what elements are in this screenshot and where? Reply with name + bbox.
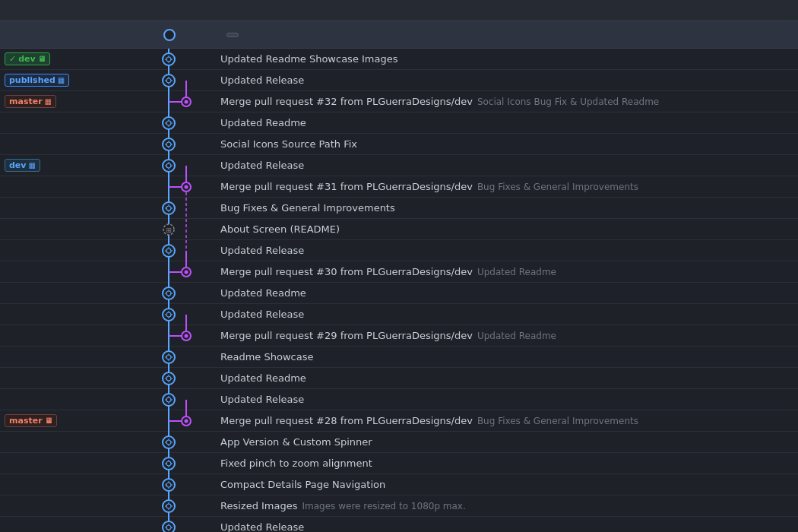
graph-col [125, 517, 213, 533]
commit-col: Updated Readme [213, 117, 798, 128]
table-row[interactable]: Social Icons Source Path Fix [0, 134, 798, 155]
branch-tag[interactable]: master ▦ [5, 95, 56, 108]
commit-message: Merge pull request #30 from PLGuerraDesi… [220, 266, 473, 277]
commit-message: Merge pull request #28 from PLGuerraDesi… [220, 415, 473, 426]
table-row[interactable]: Bug Fixes & General Improvements [0, 198, 798, 219]
table-row[interactable]: Updated Release [0, 304, 798, 325]
table-row[interactable]: Merge pull request #30 from PLGuerraDesi… [0, 261, 798, 283]
wip-row[interactable] [0, 21, 798, 49]
table-row[interactable]: master 🖥Merge pull request #28 from PLGu… [0, 410, 798, 432]
table-row[interactable]: Updated Readme [0, 283, 798, 304]
commit-message: Readme Showcase [220, 351, 313, 363]
graph-col [125, 198, 213, 219]
wip-commit-area [213, 33, 798, 37]
commit-message: Bug Fixes & General Improvements [220, 202, 395, 214]
commit-col: Updated Release [213, 74, 798, 86]
commit-col: Readme Showcase [213, 351, 798, 363]
graph-col [125, 176, 213, 198]
wip-node [163, 29, 176, 41]
commit-desc: Updated Readme [477, 267, 556, 277]
commit-col: App Version & Custom Spinner [213, 436, 798, 448]
commit-message: Updated Release [220, 74, 304, 86]
table-row[interactable]: Compact Details Page Navigation [0, 474, 798, 496]
graph-col [125, 368, 213, 389]
commit-message: Updated Release [220, 521, 304, 532]
commit-message: About Screen (README) [220, 223, 340, 235]
wip-pencil-badge [226, 33, 239, 37]
commit-message: Updated Readme [220, 117, 306, 128]
commit-message: Compact Details Page Navigation [220, 479, 385, 490]
table-row[interactable]: master ▦Merge pull request #32 from PLGu… [0, 91, 798, 112]
graph-col [125, 91, 213, 112]
commit-message: Updated Release [220, 245, 304, 256]
graph-col [125, 453, 213, 474]
graph-col [125, 325, 213, 347]
commit-col: Updated Release [213, 245, 798, 256]
table-row[interactable]: dev ▦Updated Release [0, 155, 798, 176]
commit-col: Updated Release [213, 309, 798, 320]
branch-col: master ▦ [0, 95, 125, 108]
commit-col: About Screen (README) [213, 223, 798, 235]
graph-col [125, 112, 213, 134]
branch-tag[interactable]: master 🖥 [5, 414, 57, 427]
graph-col [125, 49, 213, 70]
commit-col: Merge pull request #31 from PLGuerraDesi… [213, 181, 798, 192]
commit-message: Updated Release [220, 309, 304, 320]
table-header [0, 0, 798, 21]
commit-message: Updated Release [220, 160, 304, 171]
graph-col [125, 261, 213, 283]
rows-container: ✓ dev 🖥Updated Readme Showcase Imagespub… [0, 49, 798, 532]
commit-message: Updated Release [220, 394, 304, 405]
graph-col [125, 219, 213, 240]
table-row[interactable]: App Version & Custom Spinner [0, 432, 798, 453]
commit-message: Merge pull request #31 from PLGuerraDesi… [220, 181, 473, 192]
table-row[interactable]: About Screen (README) [0, 219, 798, 240]
table-row[interactable]: Updated Readme [0, 112, 798, 134]
graph-col [125, 240, 213, 261]
commit-col: Merge pull request #28 from PLGuerraDesi… [213, 415, 798, 426]
commit-desc: Bug Fixes & General Improvements [477, 416, 638, 426]
commit-col: Compact Details Page Navigation [213, 479, 798, 490]
commit-desc: Social Icons Bug Fix & Updated Readme [477, 97, 659, 107]
table-row[interactable]: Updated Release [0, 517, 798, 532]
graph-col [125, 410, 213, 432]
graph-col [125, 155, 213, 176]
branch-tag[interactable]: published ▦ [5, 74, 69, 87]
commit-col: Fixed pinch to zoom alignment [213, 458, 798, 469]
branch-tag[interactable]: dev ▦ [5, 159, 40, 172]
graph-col [125, 496, 213, 517]
commit-col: Merge pull request #29 from PLGuerraDesi… [213, 330, 798, 341]
commit-message: Merge pull request #32 from PLGuerraDesi… [220, 96, 473, 107]
graph-col [125, 474, 213, 496]
commit-col: Updated Release [213, 394, 798, 405]
commit-message: Social Icons Source Path Fix [220, 138, 357, 150]
wip-graph-area [125, 29, 213, 41]
table-row[interactable]: published ▦Updated Release [0, 70, 798, 91]
table-row[interactable]: Readme Showcase [0, 347, 798, 368]
graph-col [125, 304, 213, 325]
app-container: ⊞ ✓ dev 🖥Updated Readme Showcase Imagesp… [0, 0, 798, 532]
commit-col: Updated Readme Showcase Images [213, 53, 798, 65]
table-row[interactable]: Resized ImagesImages were resized to 108… [0, 496, 798, 517]
graph-col [125, 347, 213, 368]
branch-col: dev ▦ [0, 159, 125, 172]
branch-tag[interactable]: ✓ dev 🖥 [5, 52, 50, 65]
branch-col: ✓ dev 🖥 [0, 52, 125, 65]
commit-message: App Version & Custom Spinner [220, 436, 372, 448]
commit-message: Updated Readme [220, 372, 306, 384]
graph-col [125, 432, 213, 453]
table-row[interactable]: ✓ dev 🖥Updated Readme Showcase Images [0, 49, 798, 70]
commit-message: Fixed pinch to zoom alignment [220, 458, 372, 469]
table-row[interactable]: Updated Release [0, 389, 798, 410]
commit-desc: Updated Readme [477, 331, 556, 341]
branch-col: published ▦ [0, 74, 125, 87]
table-row[interactable]: Updated Readme [0, 368, 798, 389]
commit-list[interactable]: ⊞ ✓ dev 🖥Updated Readme Showcase Imagesp… [0, 49, 798, 532]
table-row[interactable]: Fixed pinch to zoom alignment [0, 453, 798, 474]
table-row[interactable]: Updated Release [0, 240, 798, 261]
commit-desc: Bug Fixes & General Improvements [477, 182, 638, 192]
table-row[interactable]: Merge pull request #29 from PLGuerraDesi… [0, 325, 798, 347]
table-row[interactable]: Merge pull request #31 from PLGuerraDesi… [0, 176, 798, 198]
commit-col: Merge pull request #30 from PLGuerraDesi… [213, 266, 798, 277]
commit-col: Bug Fixes & General Improvements [213, 202, 798, 214]
